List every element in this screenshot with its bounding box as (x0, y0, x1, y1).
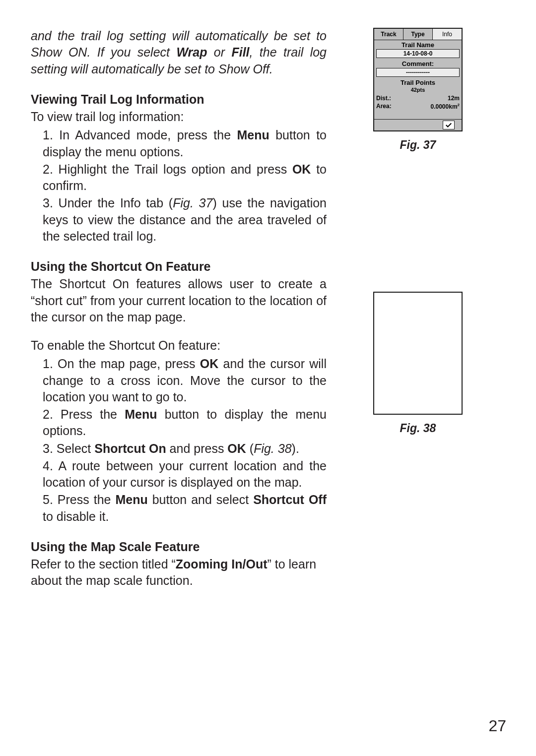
body-map-scale: Refer to the section titled “Zooming In/… (31, 556, 327, 589)
step3-fig-ref: Fig. 37 (173, 196, 212, 210)
tab-type: Type (403, 29, 433, 40)
intro-wrap-word: Wrap (176, 45, 207, 59)
scale-a: Refer to the section titled “ (31, 557, 176, 571)
sc-step-1: 1. On the map page, press OK and the cur… (43, 356, 327, 405)
sc5-c: button and select (148, 493, 253, 506)
figure-38: Fig. 38 (373, 292, 463, 435)
comment-field: ------------ (376, 68, 460, 77)
fig37-comment-section: Comment: ------------ (374, 59, 462, 78)
sc3-shortcut-on: Shortcut On (94, 441, 166, 455)
fig37-footer (374, 119, 462, 130)
step-3: 3. Under the Info tab (Fig. 37) use the … (43, 195, 327, 245)
dist-value: 12m (448, 95, 460, 102)
intro-fill-word: Fill (231, 45, 249, 59)
figure-38-caption: Fig. 38 (373, 422, 463, 435)
sc-step-3: 3. Select Shortcut On and press OK (Fig.… (43, 441, 327, 457)
fig37-trail-name-section: Trail Name 14-10-08-0 (374, 40, 462, 59)
figure-37: Track Type Info Trail Name 14-10-08-0 Co… (373, 28, 463, 152)
heading-viewing-trail-log: Viewing Trail Log Information (31, 91, 327, 108)
dist-label: Dist.: (376, 95, 391, 102)
area-value: 0.0000km2 (431, 103, 460, 110)
figure-column: Track Type Info Trail Name 14-10-08-0 Co… (327, 28, 506, 726)
sc2-menu: Menu (125, 407, 157, 421)
page-number: 27 (488, 717, 506, 735)
sc5-shortcut-off: Shortcut Off (253, 493, 327, 506)
step1-menu: Menu (237, 128, 269, 142)
area-value-sup: 2 (458, 103, 460, 107)
device-screen-fig38 (373, 292, 463, 415)
confirm-check-icon (443, 121, 455, 129)
step3-a: 3. Under the Info tab ( (43, 196, 173, 210)
sc-step-4: 4. A route between your current location… (43, 458, 327, 491)
sc2-a: 2. Press the (43, 407, 125, 421)
intro-paragraph: and the trail log setting will automatic… (31, 28, 327, 77)
scale-zoom-ref: Zooming In/Out (176, 557, 268, 571)
step-2: 2. Highlight the Trail logs option and p… (43, 161, 327, 194)
intro-text-mid: or (207, 45, 231, 59)
fig37-trail-points-section: Trail Points (374, 78, 462, 86)
sc3-f: ). (292, 441, 299, 455)
lead2-shortcut-on: To enable the Shortcut On feature: (31, 337, 327, 354)
sc-step-5: 5. Press the Menu button and select Shor… (43, 492, 327, 525)
sc3-a: 3. Select (43, 441, 94, 455)
tab-info: Info (433, 29, 462, 40)
sc5-e: to disable it. (43, 509, 109, 523)
heading-shortcut-on: Using the Shortcut On Feature (31, 258, 327, 275)
trail-name-field: 14-10-08-0 (376, 49, 460, 58)
sc5-a: 5. Press the (43, 493, 115, 506)
lead-shortcut-on: The Shortcut On features allows user to … (31, 276, 327, 325)
lead-viewing-trail-log: To view trail log information: (31, 109, 327, 125)
sc3-c: and press (166, 441, 228, 455)
sc-step-2: 2. Press the Menu button to display the … (43, 406, 327, 440)
sc3-fig-ref: Fig. 38 (254, 441, 291, 455)
steps-viewing-trail-log: 1. In Advanced mode, press the Menu butt… (31, 127, 327, 245)
device-screen-fig37: Track Type Info Trail Name 14-10-08-0 Co… (373, 28, 463, 131)
trail-points-value: 42pts (374, 86, 462, 94)
figure-37-caption: Fig. 37 (373, 138, 463, 152)
trail-points-label: Trail Points (376, 79, 460, 86)
fig37-tab-bar: Track Type Info (374, 29, 462, 40)
step1-a: 1. In Advanced mode, press the (43, 128, 237, 142)
sc5-menu: Menu (115, 493, 147, 506)
manual-page: and the trail log setting will automatic… (0, 0, 536, 756)
step-1: 1. In Advanced mode, press the Menu butt… (43, 127, 327, 160)
sc1-ok: OK (200, 357, 219, 371)
text-column: and the trail log setting will automatic… (31, 28, 327, 726)
trail-name-label: Trail Name (376, 41, 460, 49)
heading-map-scale: Using the Map Scale Feature (31, 539, 327, 555)
step2-a: 2. Highlight the Trail logs option and p… (43, 162, 292, 176)
sc3-e: ( (246, 441, 254, 455)
sc3-ok: OK (227, 441, 246, 455)
area-value-num: 0.0000km (431, 103, 458, 110)
fig37-dist-row: Dist.: 12m (374, 94, 462, 102)
tab-track: Track (374, 29, 403, 40)
step2-ok: OK (292, 162, 311, 176)
fig37-area-row: Area: 0.0000km2 (374, 102, 462, 119)
steps-shortcut-on: 1. On the map page, press OK and the cur… (31, 356, 327, 525)
comment-label: Comment: (376, 60, 460, 67)
sc1-a: 1. On the map page, press (43, 357, 200, 371)
area-label: Area: (376, 103, 392, 110)
